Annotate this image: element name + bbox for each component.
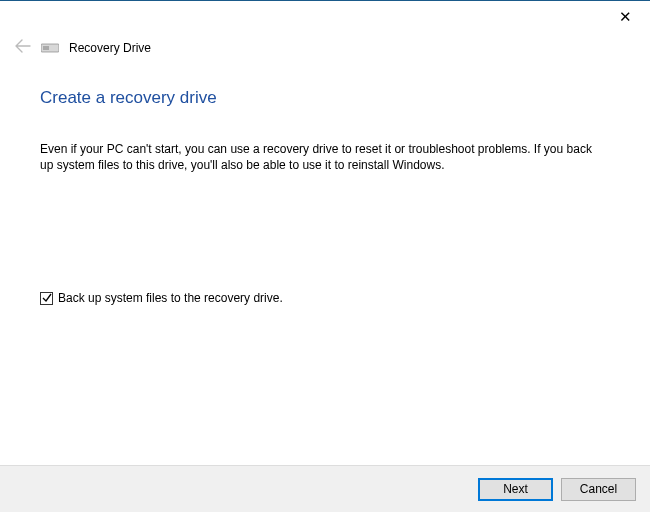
backup-checkbox[interactable] <box>40 292 53 305</box>
svg-rect-1 <box>43 46 49 50</box>
backup-checkbox-label: Back up system files to the recovery dri… <box>58 291 283 305</box>
dialog-header: Recovery Drive <box>15 39 151 56</box>
cancel-button[interactable]: Cancel <box>561 478 636 501</box>
next-button[interactable]: Next <box>478 478 553 501</box>
page-title: Create a recovery drive <box>40 88 217 108</box>
back-arrow-icon[interactable] <box>15 39 31 56</box>
page-description: Even if your PC can't start, you can use… <box>40 141 595 173</box>
header-title: Recovery Drive <box>69 41 151 55</box>
dialog-footer: Next Cancel <box>0 465 650 512</box>
recovery-drive-dialog: ✕ Recovery Drive Create a recovery drive… <box>0 0 650 512</box>
backup-checkbox-row: Back up system files to the recovery dri… <box>40 291 283 305</box>
close-icon[interactable]: ✕ <box>619 9 632 24</box>
drive-icon <box>41 43 59 53</box>
